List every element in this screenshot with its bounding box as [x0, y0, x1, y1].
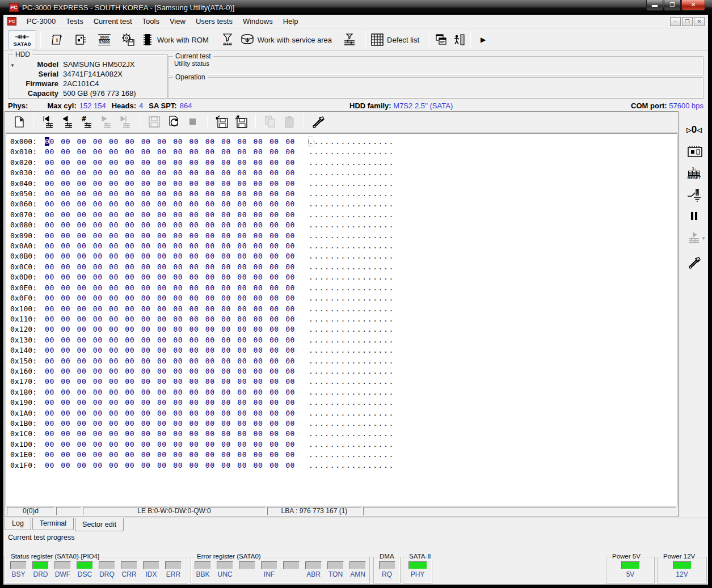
hdd-field-capacity: Capacity500 GB (976 773 168): [9, 88, 164, 98]
hex-row: 0x170:00 00 00 00 00 00 00 00 00 00 00 0…: [10, 377, 677, 387]
com-port-value: 57600 bps: [669, 101, 703, 110]
status-cell-1: [56, 507, 81, 515]
mdi-restore-button[interactable]: ❐: [682, 17, 693, 26]
next-sector-icon[interactable]: [96, 114, 116, 130]
led-label: DSC: [74, 570, 96, 578]
menu-item-current-test[interactable]: Current test: [89, 15, 137, 27]
sata-port-button[interactable]: SATA0: [8, 30, 36, 49]
test-card-icon[interactable]: [73, 32, 88, 47]
title-bar: PC PC-3000 EXPRESS - SOUTH KOREA - [Sams…: [0, 0, 712, 15]
led-label: BSY: [7, 570, 30, 578]
run-dropdown-icon[interactable]: ▼: [701, 236, 706, 241]
maximize-button[interactable]: ❐: [664, 0, 681, 11]
register-group-title: Power 5V: [610, 553, 642, 560]
ascii-cursor: .: [309, 137, 314, 146]
paste-icon[interactable]: [280, 114, 299, 130]
hex-row: 0x030:00 00 00 00 00 00 00 00 00 00 00 0…: [10, 168, 677, 178]
more-arrow-icon[interactable]: ▶: [481, 36, 486, 44]
sa-spt-value: 864: [180, 101, 192, 110]
save-sector-icon[interactable]: [145, 114, 164, 130]
svg-text:#: #: [82, 115, 86, 123]
current-test-groupbox: Current test Utility status: [168, 56, 703, 75]
tools-icon[interactable]: [680, 252, 708, 273]
menu-item-windows[interactable]: Windows: [238, 15, 278, 27]
pc3000-logo-icon: PC: [7, 17, 16, 26]
baud-rate-icon[interactable]: 960057600: [97, 32, 112, 47]
hex-row: 0x000:00 00 00 00 00 00 00 00 00 00 00 0…: [10, 137, 677, 147]
hex-row: 0x040:00 00 00 00 00 00 00 00 00 00 00 0…: [10, 179, 677, 189]
led-label: AMN: [347, 570, 369, 578]
settings-save-icon[interactable]: [121, 32, 136, 47]
head-map-icon[interactable]: [220, 32, 235, 47]
hex-row: 0x140:00 00 00 00 00 00 00 00 00 00 00 0…: [10, 345, 677, 356]
hex-row: 0x080:00 00 00 00 00 00 00 00 00 00 00 0…: [10, 220, 677, 230]
baud-top: 9600: [99, 35, 109, 40]
menu-item-tools[interactable]: Tools: [137, 15, 165, 27]
copy-icon[interactable]: [260, 114, 280, 130]
save-to-file-icon[interactable]: [212, 114, 231, 130]
last-sector-icon[interactable]: [116, 114, 135, 130]
prev-sector-icon[interactable]: [58, 114, 77, 130]
tab-terminal[interactable]: Terminal: [32, 518, 74, 530]
toolbar-separator: [207, 115, 208, 129]
bus-filter-icon[interactable]: [342, 32, 357, 47]
work-with-rom-label[interactable]: Work with ROM: [157, 36, 209, 44]
hex-row: 0x100:00 00 00 00 00 00 00 00 00 00 00 0…: [10, 304, 677, 314]
mdi-close-button[interactable]: ✕: [694, 17, 705, 26]
close-button[interactable]: ✕: [681, 0, 705, 11]
close-sector-icon[interactable]: [10, 114, 29, 130]
run-icon[interactable]: ▼: [680, 227, 708, 248]
work-with-service-area-label[interactable]: Work with service area: [258, 36, 332, 44]
menu-item-pc-3000[interactable]: PC-3000: [22, 15, 61, 27]
minimize-button[interactable]: ▬: [646, 0, 663, 11]
led-abr: [305, 561, 322, 569]
toolbar-separator: [429, 32, 429, 48]
defect-grid-icon[interactable]: [370, 32, 385, 47]
rom-chip-icon[interactable]: [140, 32, 155, 47]
register-group-title: Error register (SATA0): [195, 553, 263, 560]
register-group-status: Status register (SATA0)-[PIO4]BSYDRDDWFD…: [5, 557, 187, 583]
hex-row: 0x050:00 00 00 00 00 00 00 00 00 00 00 0…: [10, 189, 677, 199]
menu-bar: PC PC-3000TestsCurrent testToolsViewUser…: [3, 15, 708, 28]
led-blank: [283, 561, 300, 569]
divider: [5, 544, 707, 545]
load-from-file-icon[interactable]: [231, 114, 251, 130]
board-icon[interactable]: [680, 141, 708, 162]
led-label: PHY: [406, 570, 429, 578]
menu-items: PC-3000TestsCurrent testToolsViewUsers t…: [22, 17, 303, 26]
reinit-drive-icon[interactable]: ▷0◁: [680, 119, 708, 141]
menu-item-view[interactable]: View: [165, 15, 191, 27]
hex-tools-icon[interactable]: [309, 114, 328, 130]
reset-icon[interactable]: 1↓ 000 RESET: [680, 162, 708, 184]
hex-row: 0x1E0:00 00 00 00 00 00 00 00 00 00 00 0…: [10, 450, 677, 460]
mdi-minimize-button[interactable]: –: [670, 17, 681, 26]
led-unc: [217, 561, 233, 569]
windows-cascade-icon[interactable]: [433, 32, 448, 47]
hex-row: 0x110:00 00 00 00 00 00 00 00 00 00 00 0…: [10, 314, 677, 324]
tab-log[interactable]: Log: [5, 518, 31, 530]
stop-icon[interactable]: [183, 114, 203, 130]
led-label: INF: [258, 570, 280, 578]
exit-icon[interactable]: [452, 32, 466, 47]
hex-view[interactable]: 0x000:00 00 00 00 00 00 00 00 00 00 00 0…: [6, 133, 677, 506]
led-label: IDX: [140, 570, 162, 578]
led-amn: [349, 561, 366, 569]
tab-sector-edit[interactable]: Sector edit: [75, 518, 124, 531]
toolbar-separator: [40, 32, 41, 48]
max-cyl-label: Max cyl:: [47, 101, 76, 110]
led-label: DRD: [30, 570, 52, 578]
menu-item-help[interactable]: Help: [278, 15, 304, 27]
power-switch-icon[interactable]: [680, 184, 708, 205]
menu-item-users-tests[interactable]: Users tests: [191, 15, 238, 27]
goto-sector-icon[interactable]: #: [77, 114, 96, 130]
defect-list-label[interactable]: Defect list: [387, 36, 419, 44]
menu-item-tests[interactable]: Tests: [61, 15, 88, 27]
hex-row: 0x1C0:00 00 00 00 00 00 00 00 00 00 00 0…: [10, 429, 677, 439]
first-sector-icon[interactable]: [39, 114, 58, 130]
reread-sector-icon[interactable]: [164, 114, 183, 130]
led-dwf: [54, 561, 71, 569]
service-area-drive-icon[interactable]: [241, 32, 255, 47]
pause-icon[interactable]: [680, 205, 708, 227]
utility-script-icon[interactable]: i: [49, 32, 64, 47]
utility-status-label: Utility status: [174, 60, 209, 67]
